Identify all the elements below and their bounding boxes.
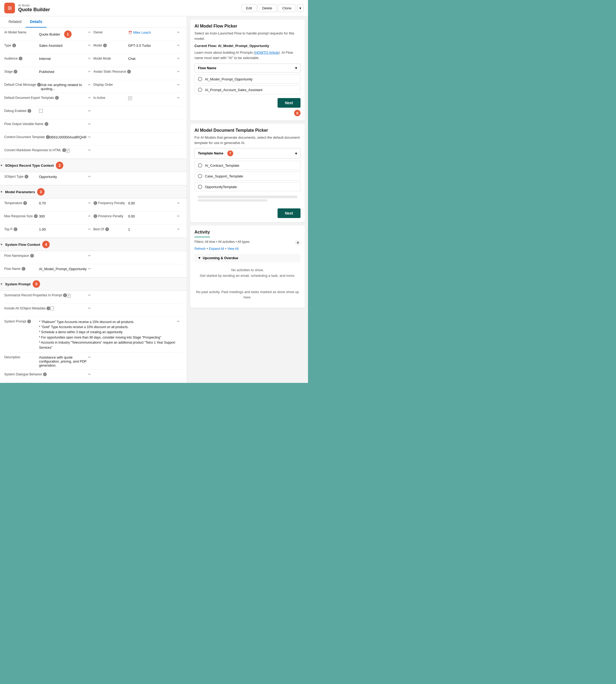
maxresponse-info-icon[interactable]: i (34, 214, 38, 218)
audience-info-icon[interactable]: i (19, 57, 22, 60)
clone-button[interactable]: Clone (278, 4, 296, 12)
flow-namespace-info-icon[interactable]: i (30, 254, 34, 258)
flow-radio-1[interactable] (198, 77, 202, 81)
tab-details[interactable]: Details (26, 16, 46, 27)
flow-picker-badge: 6 (294, 110, 301, 116)
edit-owner-icon[interactable]: ✏ (177, 30, 182, 34)
activity-view-all-link[interactable]: View All (227, 247, 239, 251)
topp-info-icon[interactable]: i (14, 227, 17, 231)
flow-option-1[interactable]: AI_Model_Prompt_Opportunity (195, 74, 301, 84)
field-col-description: Description Assistance with quote config… (4, 355, 93, 367)
sobject-section-header[interactable]: ▼ SObject Record Type Context 2 (0, 159, 187, 172)
system-flow-section-header[interactable]: ▼ System Flow Context 4 (0, 238, 187, 251)
edit-chat-icon[interactable]: ✏ (88, 82, 93, 87)
content-doc-info-icon[interactable]: i (46, 135, 50, 139)
model-params-section-header[interactable]: ▼ Model Parameters 3 (0, 185, 187, 199)
edit-display-order-icon[interactable]: ✏ (177, 82, 182, 87)
temperature-info-icon[interactable]: i (23, 201, 27, 205)
edit-topp-icon[interactable]: ✏ (88, 227, 93, 231)
edit-is-active-icon[interactable]: ✏ (177, 95, 182, 100)
edit-model-mode-icon[interactable]: ✏ (177, 56, 182, 60)
sobject-type-info-icon[interactable]: i (25, 175, 28, 178)
include-all-info-icon[interactable]: i (46, 307, 50, 310)
edit-dialogue-icon[interactable]: ✏ (88, 372, 93, 376)
flow-option-2[interactable]: AI_Prompt_Account_Sales_Assistant (195, 85, 301, 94)
edit-doc-export-icon[interactable]: ✏ (88, 95, 93, 100)
owner-link[interactable]: Mike Leach (133, 30, 151, 35)
edit-flow-namespace-icon[interactable]: ✏ (88, 253, 93, 258)
markdown-checkbox[interactable]: ✓ (66, 149, 70, 153)
edit-avatar-icon[interactable]: ✏ (177, 69, 182, 73)
more-actions-button[interactable]: ▾ (297, 4, 304, 12)
chat-info-icon[interactable]: i (37, 83, 41, 87)
avatar-info-icon[interactable]: i (127, 70, 131, 73)
edit-type-icon[interactable]: ✏ (88, 43, 93, 47)
edit-bestof-icon[interactable]: ✏ (177, 227, 182, 231)
template-name-dropdown[interactable]: Template Name 7 ▾ (195, 148, 301, 159)
edit-stage-icon[interactable]: ✏ (88, 69, 93, 73)
edit-maxresponse-icon[interactable]: ✏ (88, 214, 93, 218)
edit-frequency-icon[interactable]: ✏ (177, 201, 182, 205)
edit-temperature-icon[interactable]: ✏ (88, 201, 93, 205)
edit-button[interactable]: Edit (241, 4, 257, 12)
system-flow-chevron: ▼ (0, 243, 3, 246)
system-prompt-info-icon[interactable]: i (27, 319, 31, 323)
edit-audience-icon[interactable]: ✏ (88, 56, 93, 60)
edit-presence-icon[interactable]: ✏ (177, 214, 182, 218)
edit-description-icon[interactable]: ✏ (88, 355, 93, 359)
flow-name-info-icon[interactable]: i (22, 267, 25, 271)
type-info-icon[interactable]: i (12, 44, 16, 47)
frequency-info-icon[interactable]: i (93, 201, 97, 205)
template-option-1[interactable]: AI_Contract_Template (195, 161, 301, 170)
tab-related[interactable]: Related (4, 16, 26, 27)
system-prompt-section-header[interactable]: ▼ System Prompt 5 (0, 277, 187, 291)
edit-model-icon[interactable]: ✏ (177, 43, 182, 47)
edit-flow-output-icon[interactable]: ✏ (88, 122, 93, 126)
debug-checkbox[interactable] (39, 109, 43, 113)
edit-markdown-icon[interactable]: ✏ (88, 148, 93, 152)
field-row-content-doc: Content Document Template i 0691U00000Ao… (4, 133, 182, 146)
edit-flow-name-icon[interactable]: ✏ (88, 266, 93, 271)
doc-export-info-icon[interactable]: i (55, 96, 59, 100)
template-radio-2[interactable] (198, 174, 202, 178)
edit-include-all-icon[interactable]: ✏ (88, 306, 93, 310)
flow-radio-2[interactable] (198, 88, 202, 92)
edit-summarize-icon[interactable]: ✏ (88, 293, 93, 297)
summarize-info-icon[interactable]: i (63, 293, 67, 297)
bestof-info-icon[interactable]: i (105, 227, 109, 231)
type-value: Sales Assistant (39, 43, 88, 48)
model-info-icon[interactable]: i (103, 44, 107, 47)
flow-name-dropdown[interactable]: Flow Name ▾ (195, 64, 301, 72)
field-col-empty11 (93, 372, 183, 380)
field-row-flow-output: Flow Output Variable Name i ✏ (4, 119, 182, 133)
include-all-checkbox[interactable] (50, 307, 54, 310)
dialogue-info-icon[interactable]: i (43, 372, 47, 376)
activity-expand-all-link[interactable]: Expand All (209, 247, 224, 251)
delete-button[interactable]: Delete (258, 4, 277, 12)
edit-sobject-type-icon[interactable]: ✏ (88, 174, 93, 178)
edit-debug-icon[interactable]: ✏ (88, 109, 93, 113)
presence-info-icon[interactable]: i (93, 214, 97, 218)
template-radio-1[interactable] (198, 163, 202, 168)
howto-link[interactable]: HOWTO Article (255, 50, 279, 54)
is-active-checkbox[interactable]: ✓ (128, 96, 132, 100)
edit-ai-model-name-icon[interactable]: ✏ (88, 30, 93, 34)
flow-output-info-icon[interactable]: i (45, 122, 48, 126)
flow-picker-next-button[interactable]: Next (278, 98, 301, 108)
edit-content-doc-icon[interactable]: ✏ (88, 135, 93, 139)
summarize-checkbox[interactable]: ✓ (67, 294, 70, 297)
template-radio-3[interactable] (198, 185, 202, 189)
stage-info-icon[interactable]: i (14, 70, 17, 73)
activity-settings-icon[interactable]: ⚙ (295, 240, 301, 245)
upcoming-header[interactable]: ▼ Upcoming & Overdue (195, 254, 301, 262)
template-picker-next-button[interactable]: Next (278, 208, 301, 218)
edit-system-prompt-icon[interactable]: ✏ (177, 319, 182, 323)
top-header: ⊞ AI Model Quote Builder Edit Delete Clo… (0, 0, 308, 16)
template-option-3[interactable]: OpportunityTemplate (195, 182, 301, 191)
activity-refresh-link[interactable]: Refresh (195, 247, 206, 251)
debug-info-icon[interactable]: i (27, 109, 31, 113)
markdown-info-icon[interactable]: i (62, 148, 66, 152)
template-option-2[interactable]: Case_Support_Template (195, 172, 301, 181)
debug-value (39, 109, 88, 114)
field-col-include-all: Include All SObject Metadata i ✏ (4, 306, 93, 314)
